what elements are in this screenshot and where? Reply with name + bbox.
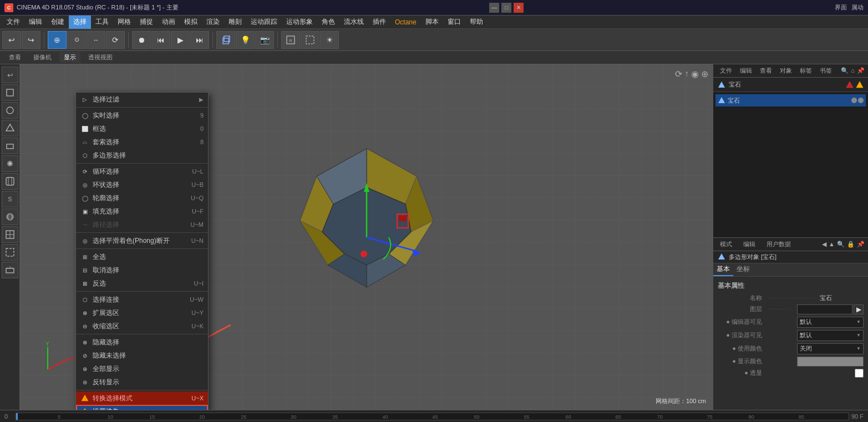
undo-button[interactable]: ↩	[2, 31, 21, 49]
menu-select[interactable]: 选择	[69, 16, 91, 29]
menu-bar[interactable]: 文件 编辑 创建 选择 工具 网格 捕捉 动画 模拟 渲染 雕刻 运动跟踪 运动…	[0, 16, 868, 29]
ctx-box-select[interactable]: ⬜ 框选 0	[76, 122, 208, 135]
ctx-show-all[interactable]: ⊛ 全部显示	[76, 362, 208, 375]
ctx-invert-visible[interactable]: ⊜ 反转显示	[76, 375, 208, 389]
minimize-button[interactable]: —	[489, 3, 499, 13]
tab-edit2[interactable]: 编辑	[740, 239, 759, 250]
menu-script[interactable]: 脚本	[421, 16, 443, 29]
tab-mode[interactable]: 模式	[717, 239, 735, 250]
scale-tool-button[interactable]: ↔	[87, 31, 105, 49]
search-icon[interactable]: 🔍	[841, 67, 849, 74]
ctx-deselect-all[interactable]: ⊟ 取消选择	[76, 263, 208, 277]
left-tool-4[interactable]	[2, 120, 18, 136]
menu-simulate[interactable]: 模拟	[180, 16, 202, 29]
layer-input[interactable]	[797, 304, 852, 314]
ctx-grow-select[interactable]: ⊕ 扩展选区 U~Y	[76, 306, 208, 319]
ctx-poly-select[interactable]: ⬡ 多边形选择	[76, 149, 208, 162]
timeline-bar[interactable]: 5 10 15 20 25 30 35 40 45 50 55 60 65 70…	[16, 413, 849, 420]
record-button[interactable]: ⏺	[132, 31, 151, 49]
tab-bookmarks[interactable]: 书签	[816, 65, 835, 76]
use-color-dropdown[interactable]: 关闭 ▼	[797, 343, 864, 354]
ctx-set-selection[interactable]: ! 设置选集	[76, 405, 208, 410]
nav-icon-2[interactable]: ↑	[684, 69, 689, 79]
menu-sculpt[interactable]: 雕刻	[224, 16, 246, 29]
ctx-hide-unselect[interactable]: ⊘ 隐藏未选择	[76, 349, 208, 362]
tab-edit[interactable]: 编辑	[737, 65, 755, 76]
sub-tab-display[interactable]: 显示	[59, 52, 80, 63]
ctx-convert-select[interactable]: ! 转换选择模式 U~X	[76, 392, 208, 405]
ctx-lasso-select[interactable]: ⌓ 套索选择 8	[76, 135, 208, 149]
ctx-outline-select[interactable]: ◯ 轮廓选择 U~Q	[76, 191, 208, 205]
menu-animate[interactable]: 动画	[158, 16, 180, 29]
light-button[interactable]: 💡	[236, 31, 255, 49]
menu-motiongraph[interactable]: 运动形象	[282, 16, 317, 29]
menu-window[interactable]: 窗口	[443, 16, 465, 29]
maximize-button[interactable]: □	[501, 3, 511, 13]
lock-icon[interactable]: 🔒	[847, 241, 855, 248]
sub-tab-camera[interactable]: 摄像机	[29, 52, 56, 63]
pin2-icon[interactable]: 📌	[857, 241, 865, 248]
render-visible-dropdown[interactable]: 默认 ▼	[797, 330, 864, 341]
left-tool-6[interactable]	[2, 155, 18, 172]
tab-userdata[interactable]: 用户数据	[763, 239, 794, 250]
sub-tab-persp[interactable]: 透视视图	[84, 52, 117, 63]
scene-item-gem[interactable]: 宝石	[715, 94, 866, 106]
nav-icon-4[interactable]: ⊕	[701, 69, 708, 79]
arrow-up-icon[interactable]: ▲	[829, 241, 835, 248]
prev-frame-button[interactable]: ⏮	[151, 31, 170, 49]
ctx-invert-select[interactable]: ⊠ 反选 U~I	[76, 277, 208, 290]
rotate-tool-button[interactable]: ⟳	[106, 31, 125, 49]
left-tool-11[interactable]	[2, 244, 18, 261]
context-menu[interactable]: ▷ 选择过滤 ▶ ◯ 实时选择 9 ⬜ 框选	[75, 92, 209, 410]
play-button[interactable]: ▶	[171, 31, 190, 49]
sub-tab-view[interactable]: 查看	[4, 52, 26, 63]
menu-pipeline[interactable]: 流水线	[339, 16, 368, 29]
left-tool-10[interactable]	[2, 226, 18, 243]
left-tool-3[interactable]	[2, 102, 18, 119]
tab-view[interactable]: 查看	[757, 65, 775, 76]
menu-edit[interactable]: 编辑	[24, 16, 47, 29]
select-tool-button[interactable]: ⊕	[48, 31, 67, 49]
menu-snap[interactable]: 捕捉	[135, 16, 158, 29]
layer-browse-button[interactable]: ▶	[854, 304, 864, 314]
menu-motiontrack[interactable]: 运动跟踪	[246, 16, 282, 29]
menu-tools[interactable]: 工具	[91, 16, 113, 29]
ctx-hide-select[interactable]: ⊗ 隐藏选择	[76, 335, 208, 349]
sun-button[interactable]: ☀	[320, 31, 339, 49]
ctx-realtime-select[interactable]: ◯ 实时选择 9	[76, 109, 208, 122]
close-button[interactable]: ✕	[514, 3, 524, 13]
color-swatch[interactable]	[797, 357, 864, 367]
next-frame-button[interactable]: ⏭	[190, 31, 209, 49]
pin-icon[interactable]: 📌	[857, 67, 865, 74]
title-bar-controls[interactable]: — □ ✕	[489, 3, 524, 13]
camera-button[interactable]: 📷	[255, 31, 274, 49]
left-tool-1[interactable]: ↩	[2, 67, 18, 83]
ctx-fill-select[interactable]: ▣ 填充选择 U~F	[76, 205, 208, 218]
main-viewport[interactable]: X Y 网格间距：100 cm ⟳ ↑ ◉ ⊕	[20, 64, 713, 410]
left-tool-8[interactable]: S	[2, 191, 18, 207]
arrow-left-icon[interactable]: ◀	[822, 241, 826, 248]
left-tool-2[interactable]	[2, 84, 18, 101]
ctx-select-connected[interactable]: ⬡ 选择连接 U~W	[76, 293, 208, 306]
cube-button[interactable]	[216, 31, 235, 49]
menu-file[interactable]: 文件	[2, 16, 24, 29]
transparent-checkbox[interactable]	[855, 369, 864, 378]
tab-basic[interactable]: 基本	[713, 263, 733, 276]
ctx-loop-select[interactable]: ⟳ 循环选择 U~L	[76, 165, 208, 178]
redo-button[interactable]: ↪	[22, 31, 40, 49]
scene-graph[interactable]: 宝石	[713, 92, 868, 237]
render-view-button[interactable]: R	[281, 31, 300, 49]
left-tool-9[interactable]	[2, 209, 18, 225]
home-icon[interactable]: ⌂	[851, 67, 855, 74]
menu-create[interactable]: 创建	[47, 16, 69, 29]
menu-plugins[interactable]: 插件	[368, 16, 390, 29]
tab-file[interactable]: 文件	[717, 65, 735, 76]
move-tool-button[interactable]: ⊙	[67, 31, 86, 49]
tab-tags[interactable]: 标签	[796, 65, 815, 76]
ctx-select-all[interactable]: ⊞ 全选	[76, 250, 208, 263]
ctx-phong-select[interactable]: ◎ 选择平滑着色(Phong)断开 U~N	[76, 234, 208, 247]
nav-icon-1[interactable]: ⟳	[675, 69, 682, 79]
left-tool-12[interactable]	[2, 262, 18, 278]
ctx-select-filter[interactable]: ▷ 选择过滤 ▶	[76, 93, 208, 106]
ctx-ring-select[interactable]: ◎ 环状选择 U~B	[76, 178, 208, 191]
